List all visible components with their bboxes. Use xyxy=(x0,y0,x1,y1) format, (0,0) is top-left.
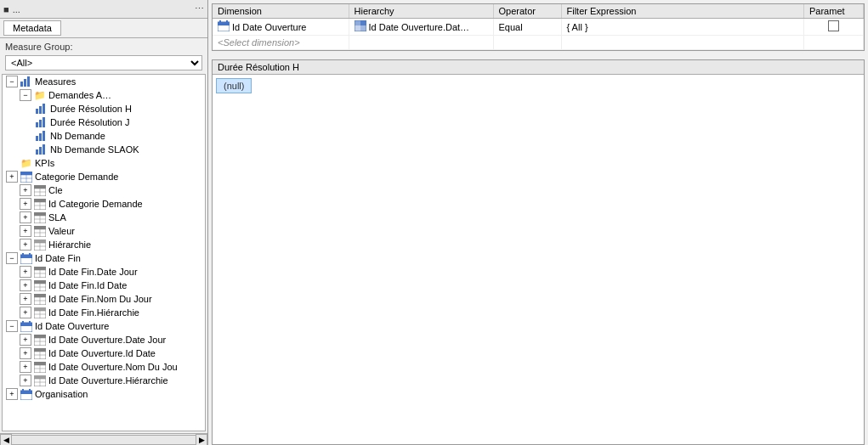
tree-label-hier: Hiérarchie xyxy=(48,239,91,250)
svg-rect-26 xyxy=(34,199,46,202)
tree-item[interactable]: Durée Résolution H xyxy=(3,102,205,115)
tree-item[interactable]: + Id Categorie Demande xyxy=(3,197,205,211)
tree-item[interactable]: Nb Demande xyxy=(3,129,205,143)
tree-item[interactable]: + Id Date Ouverture.Hiérarchie xyxy=(3,374,205,387)
expand-id-cat[interactable]: + xyxy=(20,198,31,210)
expand-ido-hier[interactable]: + xyxy=(20,375,31,386)
bar-icon xyxy=(35,116,48,128)
svg-rect-48 xyxy=(29,253,31,256)
expand-sla[interactable]: + xyxy=(20,211,31,223)
expand-demandes[interactable]: − xyxy=(20,89,31,101)
svg-rect-50 xyxy=(34,267,46,270)
tree-item[interactable]: Durée Résolution J xyxy=(3,115,205,129)
dimension-icon xyxy=(218,20,230,33)
scroll-track[interactable] xyxy=(12,435,196,445)
expand-cat[interactable]: + xyxy=(6,171,18,183)
key-icon xyxy=(33,279,47,291)
key-icon xyxy=(33,198,47,210)
filter-placeholder-row[interactable]: <Select dimension> xyxy=(213,36,864,50)
tree-label-demandes: Demandes A… xyxy=(48,90,111,100)
svg-rect-6 xyxy=(36,122,38,127)
tree-item[interactable]: + Valeur xyxy=(3,224,205,238)
filter-hier-empty xyxy=(349,36,493,50)
panel-title: ... xyxy=(13,4,20,14)
tree-item[interactable]: − Id Date Ouverture xyxy=(3,319,205,333)
svg-rect-16 xyxy=(20,172,32,175)
tree-item[interactable]: + Categorie Demande xyxy=(3,170,205,183)
svg-rect-4 xyxy=(39,106,42,114)
hierarchy-icon xyxy=(355,20,366,33)
expand-ido-id[interactable]: + xyxy=(20,347,31,359)
scroll-left[interactable]: ◀ xyxy=(0,434,12,446)
metadata-tab[interactable]: Metadata xyxy=(3,20,61,36)
horizontal-scrollbar[interactable]: ◀ ▶ xyxy=(0,433,207,445)
svg-rect-100 xyxy=(226,20,228,24)
calendar-icon xyxy=(20,388,33,400)
param-checkbox[interactable] xyxy=(828,20,839,31)
expand-ido-dj[interactable]: + xyxy=(20,334,31,346)
svg-rect-84 xyxy=(34,362,46,365)
tree-label-ido-id: Id Date Ouverture.Id Date xyxy=(48,348,156,358)
filter-table-wrapper: Dimension Hierarchy Operator Filter Expr… xyxy=(212,3,865,51)
svg-rect-14 xyxy=(43,144,45,155)
expand-id-date-fin[interactable]: − xyxy=(6,252,18,264)
expand-idf-hier[interactable]: + xyxy=(20,307,31,318)
hier-icon xyxy=(33,375,47,386)
tree-label-ido-dj: Id Date Ouverture.Date Jour xyxy=(48,335,166,345)
tree-container[interactable]: − Measures − 📁 Demandes A… Durée Résolu xyxy=(2,74,206,431)
expand-id-date-ouv[interactable]: − xyxy=(6,320,18,332)
tree-item[interactable]: + Cle xyxy=(3,183,205,197)
filter-param-checkbox[interactable] xyxy=(804,19,864,36)
bar-icon xyxy=(35,103,48,115)
expand-org[interactable]: + xyxy=(6,388,18,400)
calendar-icon xyxy=(20,252,33,264)
tree-item[interactable]: + Id Date Ouverture.Nom Du Jou xyxy=(3,360,205,374)
tree-item[interactable]: + Id Date Ouverture.Date Jour xyxy=(3,333,205,346)
svg-rect-41 xyxy=(34,239,46,243)
col-header-dimension: Dimension xyxy=(213,4,349,19)
expand-ido-nom[interactable]: + xyxy=(20,361,31,373)
svg-rect-31 xyxy=(34,212,46,216)
expand-hier[interactable]: + xyxy=(20,239,31,251)
tree-label-sla: SLA xyxy=(48,212,66,222)
tree-item[interactable]: + Id Date Fin.Date Jour xyxy=(3,265,205,279)
svg-rect-10 xyxy=(39,133,42,141)
col-header-filter-expr: Filter Expression xyxy=(561,4,804,19)
filter-op-empty xyxy=(493,36,561,50)
svg-rect-104 xyxy=(355,25,360,31)
expand-idf-dj[interactable]: + xyxy=(20,266,31,278)
tree-item[interactable]: + Id Date Ouverture.Id Date xyxy=(3,346,205,360)
tree-item[interactable]: Nb Demande SLAOK xyxy=(3,143,205,156)
tree-item[interactable]: + Id Date Fin.Id Date xyxy=(3,279,205,292)
expand-idf-id[interactable]: + xyxy=(20,279,31,291)
expand-cle[interactable]: + xyxy=(20,184,31,196)
expand-measures[interactable]: − xyxy=(6,76,18,87)
tree-label-measures: Measures xyxy=(35,76,76,87)
tree-item[interactable]: + Id Date Fin.Nom Du Jour xyxy=(3,292,205,306)
tree-item[interactable]: − 📁 Demandes A… xyxy=(3,88,205,102)
svg-rect-79 xyxy=(34,348,46,352)
svg-rect-96 xyxy=(29,389,31,392)
tree-item[interactable]: + Organisation xyxy=(3,387,205,401)
expand-valeur[interactable]: + xyxy=(20,225,31,237)
filter-hierarchy-text: Id Date Ouverture.Dat… xyxy=(369,22,470,32)
tree-item[interactable]: − Measures xyxy=(3,75,205,88)
measure-group-select[interactable]: <All> xyxy=(5,55,202,70)
filter-row[interactable]: Id Date Ouverture Id Date Ouverture.Dat… xyxy=(213,19,864,36)
tree-item[interactable]: − Id Date Fin xyxy=(3,251,205,265)
svg-rect-105 xyxy=(360,25,366,31)
tree-item[interactable]: + Id Date Fin.Hiérarchie xyxy=(3,306,205,319)
scroll-right[interactable]: ▶ xyxy=(196,434,207,446)
null-value-cell[interactable]: (null) xyxy=(216,78,252,93)
tree-label-cle: Cle xyxy=(48,185,63,195)
tree-item[interactable]: + SLA xyxy=(3,211,205,224)
tree-label-cat: Categorie Demande xyxy=(35,172,118,182)
tree-item[interactable]: 📁 KPIs xyxy=(3,156,205,170)
svg-rect-99 xyxy=(219,20,221,24)
panel-menu-btn[interactable]: ⋯ xyxy=(195,3,204,14)
expand-idf-nom[interactable]: + xyxy=(20,293,31,305)
hier-icon xyxy=(33,239,47,251)
tree-item[interactable]: + Hiérarchie xyxy=(3,238,205,251)
bar-icon xyxy=(35,144,48,155)
tree-label-id-date-ouv: Id Date Ouverture xyxy=(35,321,109,331)
